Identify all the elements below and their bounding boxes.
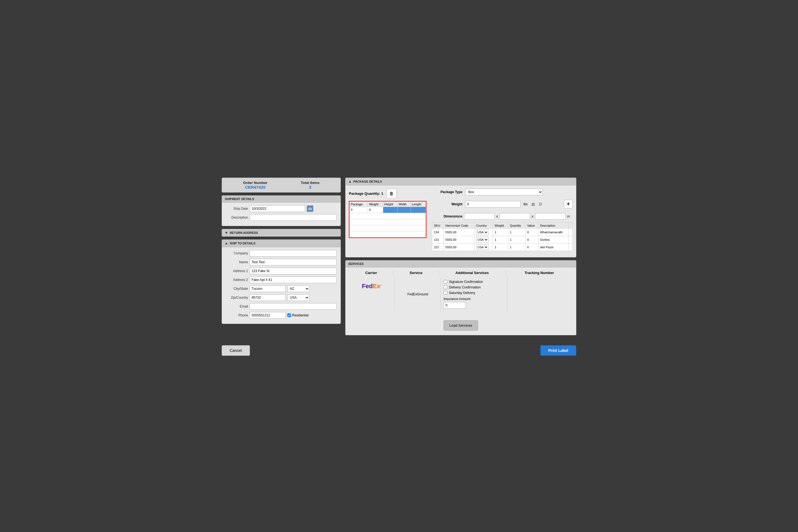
fedex-fed-text: Fed [362,283,373,289]
description-label: Description [226,215,248,220]
fedex-fed: FedEx● [362,283,382,289]
weight-input[interactable] [465,201,521,208]
package-content: Package Quantity: 1 🗑 Package Weight [345,185,576,257]
package-type-select[interactable]: Box [465,189,543,195]
ship-date-input[interactable] [250,205,305,212]
phone-input[interactable] [250,312,286,319]
table-row: 222 5555.00 USA 1 1 0 diet Pepsi [432,243,573,251]
residential-checkbox-label[interactable]: Residential [287,314,308,317]
package-details-header[interactable]: ▲ PACKAGE DETAILS [345,178,576,185]
company-row: Company [226,250,337,256]
delivery-confirmation-label: Delivery Confirmation [449,285,481,289]
sku-col-value: Value [525,223,538,228]
dim-width-input[interactable] [499,213,530,220]
service-col: FedExGround [395,277,441,311]
dim-unit: in [567,214,570,218]
saturday-delivery-checkbox[interactable] [443,291,447,294]
tracking-col-header: Tracking Number [506,271,573,277]
package-type-row: Package Type Box [432,189,573,195]
carrier-col: FedEx● [349,277,395,311]
address1-input[interactable] [250,268,337,274]
sku-qty-3: 1 [508,243,525,251]
package-table-container: Package Weight Height Width Length [349,201,426,238]
description-input[interactable] [250,214,337,221]
pkg-cell-width [398,207,411,213]
pkg-cell-weight: 0 [368,207,383,213]
sku-col-extra [568,223,572,228]
sku-weight-2: 1 [493,236,508,243]
table-row: 0 0 [350,207,426,213]
city-input[interactable] [250,285,286,292]
city-state-inputs: AZ [250,285,309,292]
residential-label: Residential [292,314,308,317]
additional-col-header: Additional Services [439,271,506,277]
package-type-label: Package Type [432,190,462,194]
ship-to-header[interactable]: ▲ SHIP TO DETAILS [222,240,341,247]
country-select[interactable]: USA [287,294,309,301]
delivery-confirmation-checkbox[interactable] [443,285,447,289]
sig-confirmation-checkbox[interactable] [443,280,447,283]
scale-icon: ⚖ [531,202,535,206]
zip-country-inputs: USA [250,294,309,301]
table-row-empty4 [350,231,426,237]
package-table: Package Weight Height Width Length [349,202,426,238]
calendar-icon[interactable]: 📅 [307,205,314,212]
dim-x2: x [532,214,533,218]
address2-row: Address 2 [226,277,337,283]
right-config-area: Package Type Box Weight lbs ⚖ ☑ [432,189,573,251]
return-address-collapse-icon[interactable]: ▼ [225,231,228,235]
pkg-col-height: Height [383,202,398,207]
dimensions-label: Dimensions [432,214,462,218]
order-number-label: Order Number [243,180,267,185]
table-row-empty2 [350,219,426,225]
name-input[interactable] [250,259,337,265]
state-select[interactable]: AZ [287,285,309,292]
zip-input[interactable] [250,294,286,301]
email-input[interactable] [250,303,337,310]
pkg-col-package: Package [350,202,368,207]
return-address-header[interactable]: ▼ RETURN ADDRESS [222,229,341,236]
sku-country-select-2[interactable]: USA [476,237,489,243]
delete-package-button[interactable]: 🗑 [386,189,397,199]
sku-weight-3: 1 [493,243,508,251]
sku-col-quantity: Quantity [508,223,525,228]
ship-to-section: ▲ SHIP TO DETAILS Company Name Address 1… [222,240,341,324]
return-address-section: ▼ RETURN ADDRESS [222,229,341,236]
load-services-button[interactable]: Load Services [443,320,478,330]
sku-desc-1: Whatchamacallit [538,228,569,236]
print-label-button[interactable]: Print Label [540,345,576,356]
sig-confirmation-row: Signature Confirmation [443,280,504,284]
pkg-qty-label: Package Quantity: 1 [349,191,383,196]
weight-checkbox[interactable]: ☑ [539,202,542,206]
dim-height-input[interactable] [464,213,495,220]
package-collapse-icon[interactable]: ▲ [348,179,352,184]
residential-checkbox[interactable] [287,314,291,317]
dim-length-input[interactable] [535,213,566,220]
ship-to-collapse-icon[interactable]: ▲ [225,241,228,245]
sku-country-select-1[interactable]: USA [476,229,489,235]
sku-harmonize-3: 5555.00 [443,243,474,251]
package-header-title: PACKAGE DETAILS [353,180,382,183]
sku-country-select-3[interactable]: USA [476,244,489,250]
service-name: FedExGround [407,292,428,296]
insurance-input[interactable] [443,302,466,309]
qty-delete-row: Package Quantity: 1 🗑 [349,189,426,199]
sig-confirmation-label: Signature Confirmation [449,280,483,284]
pkg-col-width: Width [398,202,411,207]
dim-x1: x [496,214,498,218]
company-input[interactable] [250,250,337,256]
sku-harmonize-1: 5555.00 [443,228,474,236]
pkg-cell-package: 0 [350,207,368,213]
dimensions-row: Dimensions x x in [432,213,573,220]
name-label: Name [226,260,248,264]
package-details-section: ▲ PACKAGE DETAILS Package Quantity: 1 🗑 [345,177,576,258]
add-package-button[interactable]: + [564,200,573,209]
address2-input[interactable] [250,277,337,283]
sku-country-3: USA [474,243,493,251]
package-table-area: Package Quantity: 1 🗑 Package Weight [349,189,426,251]
weight-row: Weight lbs ⚖ ☑ + [432,200,573,209]
bottom-bar: Cancel Print Label [213,341,585,360]
sku-col-harmonize: Harmonize Code [443,223,474,228]
load-services-btn-container: Load Services [349,311,573,332]
cancel-button[interactable]: Cancel [222,345,250,356]
